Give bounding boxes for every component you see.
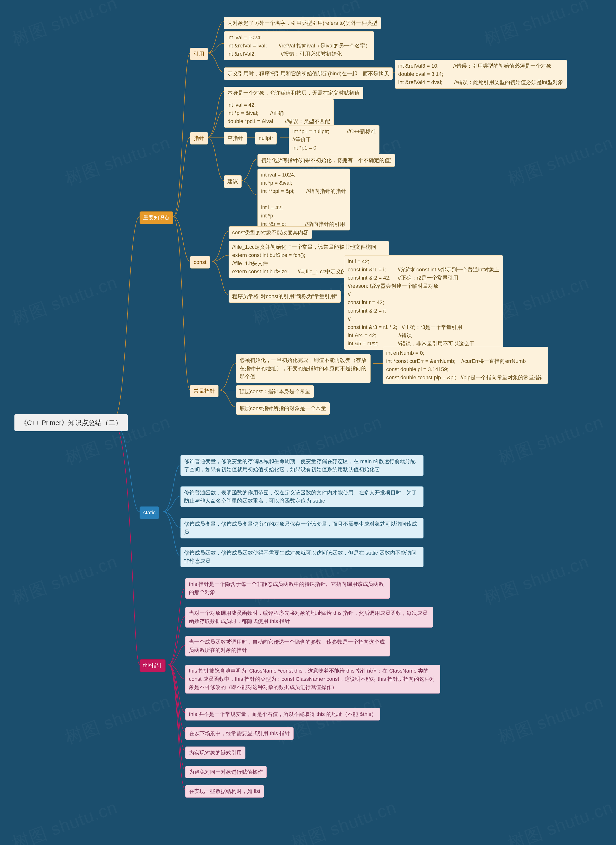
branch-this[interactable]: this指针 — [139, 659, 166, 672]
this-d: this 指针被隐含地声明为: ClassName *const this，这意… — [185, 665, 440, 694]
static-b: 修饰普通函数，表明函数的作用范围，仅在定义该函数的文件内才能使用。在多人开发项目… — [180, 486, 424, 507]
cptr-top: 顶层const：指针本身是个常量 — [236, 385, 314, 398]
ptr-desc: 本身是一个对象，允许赋值和拷贝，无需在定义时赋初值 — [224, 87, 363, 99]
sub-const[interactable]: const — [190, 256, 210, 269]
watermark: 树图 shutu.cn — [495, 411, 606, 470]
this-c: 当一个成员函数被调用时，自动向它传递一个隐含的参数，该参数是一个指向这个成员函数… — [185, 636, 390, 657]
watermark: 树图 shutu.cn — [481, 550, 592, 610]
ptr-adv2: int ival = 1024; int *p = &ival; int **p… — [257, 169, 350, 231]
watermark: 树图 shutu.cn — [62, 690, 173, 749]
watermark: 树图 shutu.cn — [9, 0, 120, 51]
watermark: 树图 shutu.cn — [288, 796, 399, 845]
static-d: 修饰成员函数，修饰成员函数使得不需要生成对象就可以访问该函数，但是在 stati… — [180, 547, 424, 567]
this-g: 为实现对象的链式引用 — [185, 747, 245, 759]
watermark: 树图 shutu.cn — [9, 271, 120, 331]
ptr-code1: int ival = 42; int *p = &ival; //正确 doub… — [224, 99, 334, 128]
ptr-null: 空指针 — [224, 132, 247, 144]
branch-key-points[interactable]: 重要知识点 — [139, 212, 173, 224]
root-node[interactable]: 《C++ Primer》知识点总结（二） — [15, 414, 128, 431]
cptr-a: 必须初始化，一旦初始化完成，则值不能再改变（存放在指针中的地址），不变的是指针的… — [236, 354, 371, 383]
cptr-bot: 底层const指针所指的对象是一个常量 — [236, 402, 330, 415]
const-desc: const类型的对象不能改变其内容 — [229, 226, 312, 239]
ptr-advice: 建议 — [224, 175, 242, 188]
ptr-nullptr: nullptr — [255, 132, 277, 144]
cptr-a2: int errNumb = 0; int *const curErr = &er… — [383, 347, 548, 384]
watermark: 树图 shutu.cn — [481, 0, 592, 51]
this-e: this 并不是一个常规变量，而是个右值，所以不能取得 this 的地址（不能 … — [185, 708, 380, 720]
const-ref-alias: 程序员常将"对const的引用"简称为"常量引用" — [229, 290, 341, 303]
ref-code1: int ival = 1024; int &refVal = ival; //r… — [224, 31, 374, 60]
watermark: 树图 shutu.cn — [9, 550, 120, 610]
ref-desc: 为对象起了另外一个名字，引用类型引用(refers to)另外一种类型 — [224, 17, 381, 29]
watermark: 树图 shutu.cn — [9, 796, 120, 845]
sub-pointer[interactable]: 指针 — [190, 132, 208, 144]
ptr-adv1: 初始化所有指针(如果不初始化，将拥有一个不确定的值) — [257, 154, 395, 167]
sub-const-ptr[interactable]: 常量指针 — [190, 385, 219, 397]
ref-bind: 定义引用时，程序把引用和它的初始值绑定(bind)在一起，而不是拷贝 — [224, 68, 393, 80]
static-c: 修饰成员变量，修饰成员变量使所有的对象只保存一个该变量，而且不需要生成对象就可以… — [180, 518, 424, 538]
this-a: this 指针是一个隐含于每一个非静态成员函数中的特殊指针。它指向调用该成员函数… — [185, 578, 390, 599]
this-h: 为避免对同一对象进行赋值操作 — [185, 766, 267, 778]
this-b: 当对一个对象调用成员函数时，编译程序先将对象的地址赋给 this 指针，然后调用… — [185, 607, 433, 628]
branch-static[interactable]: static — [139, 506, 159, 519]
watermark: 树图 shutu.cn — [495, 690, 606, 749]
static-a: 修饰普通变量，修改变量的存储区域和生命周期，使变量存储在静态区，在 main 函… — [180, 455, 424, 476]
this-f: 在以下场景中，经常需要显式引用 this 指针 — [185, 727, 293, 740]
ptr-null-body: int *p1 = nullptr; //C++新标准 //等价于 int *p… — [289, 125, 380, 154]
watermark: 树图 shutu.cn — [505, 796, 616, 845]
watermark: 树图 shutu.cn — [62, 131, 173, 191]
sub-reference[interactable]: 引用 — [190, 48, 208, 60]
const-ref-code: int i = 42; const int &r1 = i; //允许将cons… — [344, 255, 503, 350]
watermark: 树图 shutu.cn — [505, 131, 616, 191]
this-i: 在实现一些数据结构时，如 list — [185, 785, 264, 798]
ref-err: int &refVal3 = 10; //错误：引用类型的初始值必须是一个对象 … — [395, 60, 567, 89]
